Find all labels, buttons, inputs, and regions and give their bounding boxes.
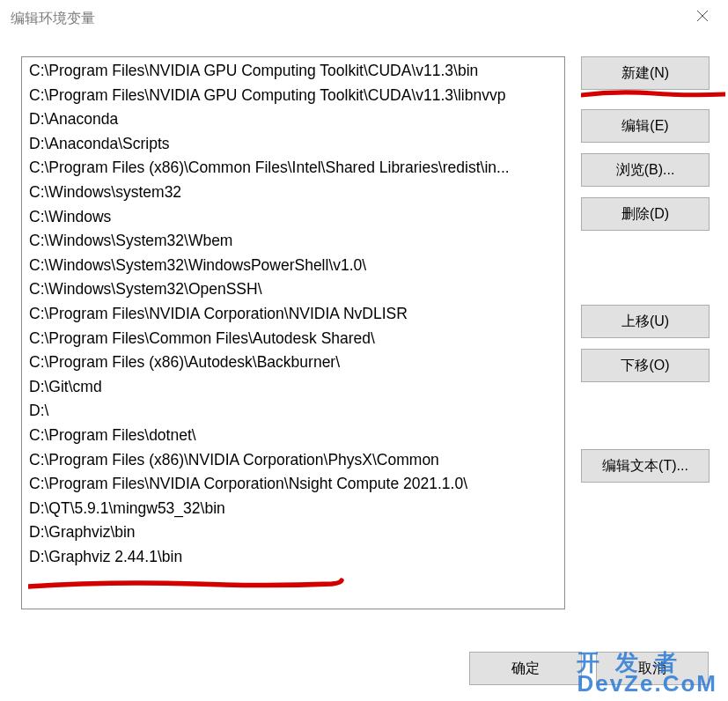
dialog-content: C:\Program Files\NVIDIA GPU Computing To…	[0, 37, 728, 609]
moveup-button[interactable]: 上移(U)	[581, 305, 710, 338]
list-item[interactable]: C:\Program Files (x86)\Autodesk\Backburn…	[24, 350, 564, 375]
cancel-button[interactable]: 取消	[596, 652, 709, 685]
dialog-bottom-bar: 确定 取消	[427, 652, 709, 685]
list-item[interactable]: D:\Anaconda\Scripts	[24, 132, 564, 157]
path-listbox[interactable]: C:\Program Files\NVIDIA GPU Computing To…	[21, 56, 565, 609]
list-item[interactable]: D:\	[24, 399, 564, 424]
list-item[interactable]: D:\Git\cmd	[24, 375, 564, 400]
close-button[interactable]	[677, 0, 728, 35]
window-title: 编辑环境变量	[11, 10, 95, 28]
browse-button[interactable]: 浏览(B)...	[581, 153, 710, 187]
button-column: 新建(N) 编辑(E) 浏览(B)... 删除(D) 上移(U) 下移(O) 编…	[565, 56, 710, 609]
list-item[interactable]: C:\Program Files\NVIDIA Corporation\NVID…	[24, 302, 564, 327]
movedown-button[interactable]: 下移(O)	[581, 349, 710, 382]
list-item[interactable]: C:\Windows\system32	[24, 181, 564, 205]
close-icon	[696, 10, 709, 26]
list-item[interactable]: C:\Program Files\NVIDIA Corporation\Nsig…	[24, 472, 564, 497]
list-item[interactable]: C:\Program Files (x86)\NVIDIA Corporatio…	[24, 448, 564, 473]
list-item[interactable]: C:\Program Files\dotnet\	[24, 424, 564, 448]
ok-button[interactable]: 确定	[469, 652, 582, 685]
list-item[interactable]: D:\Anaconda	[24, 107, 564, 132]
list-item[interactable]: C:\Windows\System32\OpenSSH\	[24, 277, 564, 302]
list-item[interactable]: C:\Program Files\Common Files\Autodesk S…	[24, 327, 564, 351]
delete-button[interactable]: 删除(D)	[581, 197, 710, 231]
list-item[interactable]: D:\Graphviz\bin	[24, 520, 564, 545]
edittext-button[interactable]: 编辑文本(T)...	[581, 449, 710, 483]
new-button[interactable]: 新建(N)	[581, 56, 710, 90]
list-item[interactable]: C:\Program Files\NVIDIA GPU Computing To…	[24, 84, 564, 108]
list-item[interactable]: D:\Graphviz 2.44.1\bin	[24, 545, 564, 570]
titlebar: 编辑环境变量	[0, 0, 728, 37]
list-item[interactable]: D:\QT\5.9.1\mingw53_32\bin	[24, 497, 564, 521]
list-item[interactable]: C:\Program Files\NVIDIA GPU Computing To…	[24, 59, 564, 84]
edit-button[interactable]: 编辑(E)	[581, 109, 710, 143]
list-item[interactable]: C:\Windows\System32\WindowsPowerShell\v1…	[24, 254, 564, 278]
list-item[interactable]: C:\Program Files (x86)\Common Files\Inte…	[24, 156, 564, 181]
list-item[interactable]: C:\Windows	[24, 205, 564, 230]
list-item[interactable]: C:\Windows\System32\Wbem	[24, 229, 564, 254]
